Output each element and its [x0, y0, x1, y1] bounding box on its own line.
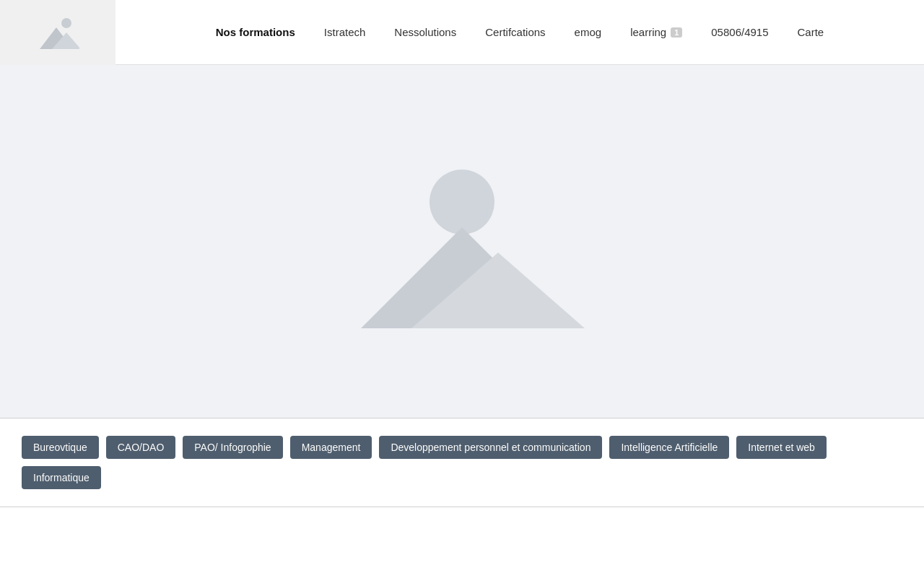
category-tag-pao-infographie[interactable]: PAO/ Infogrophie [183, 436, 282, 459]
bottom-area [0, 507, 924, 551]
category-tag-cao-dao[interactable]: CAO/DAO [106, 436, 176, 459]
category-tag-intelligence-artificielle[interactable]: Intelligence Artificielle [609, 436, 729, 459]
svg-point-1 [61, 18, 71, 28]
categories-section: BureovtiqueCAO/DAOPAO/ InfogrophieManage… [0, 418, 924, 507]
category-tag-management[interactable]: Management [290, 436, 372, 459]
nav-phone: 05806/4915 [711, 26, 768, 38]
nav-item-nessolutions[interactable]: Nessolutions [394, 26, 456, 38]
category-tag-internet-web[interactable]: Internet et web [736, 436, 827, 459]
nav-item-istratech[interactable]: Istratech [324, 26, 366, 38]
svg-point-5 [430, 170, 494, 234]
nav-item-learring: learring [630, 26, 666, 38]
nav-learring-badge[interactable]: learring 1 [630, 26, 682, 38]
category-tag-bureovtique[interactable]: Bureovtique [22, 436, 99, 459]
logo-icon [36, 14, 79, 51]
hero-section [0, 65, 924, 418]
logo [0, 0, 116, 65]
hero-image-placeholder [318, 133, 606, 350]
category-tag-developpement-personnel[interactable]: Developpement personnel et communication [379, 436, 602, 459]
nav-carte[interactable]: Carte [798, 26, 824, 38]
nav: Nos formations Istratech Nessolutions Ce… [116, 26, 924, 38]
category-tag-informatique[interactable]: Informatique [22, 466, 101, 489]
header: Nos formations Istratech Nessolutions Ce… [0, 0, 924, 65]
nav-item-nos-formations[interactable]: Nos formations [216, 26, 295, 38]
badge-count: 1 [671, 27, 682, 38]
nav-item-emog[interactable]: emog [575, 26, 602, 38]
nav-item-certifcations[interactable]: Certifcations [485, 26, 545, 38]
